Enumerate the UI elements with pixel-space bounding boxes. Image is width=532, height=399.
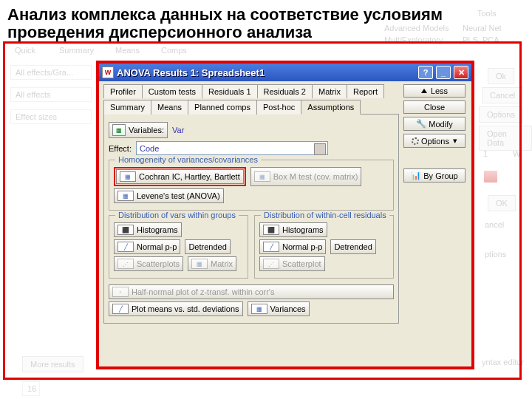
bg-neural: Neural Net xyxy=(460,22,505,34)
scat-label: Scatterplots xyxy=(137,259,180,268)
dist-resid-scatterplot[interactable]: ⋰ Scatterplot xyxy=(259,256,325,271)
statistica-icon: W xyxy=(102,66,114,78)
bg-summary: Summary xyxy=(59,46,94,55)
plot-icon: ╱ xyxy=(112,304,129,314)
dist-vars-detrended[interactable]: Detrended xyxy=(185,239,230,254)
effect-label: Effect: xyxy=(109,144,132,153)
bg-syntax: yntax editor xyxy=(479,356,527,368)
dist-vars-histograms[interactable]: ⬛ Histograms xyxy=(114,222,182,237)
minimize-button[interactable]: _ xyxy=(436,66,451,79)
side-buttons: Less Close 🔧 Modify Options ▾ 📊 By Group xyxy=(403,84,466,183)
tabs-row-lower: Summary Means Planned comps Post-hoc Ass… xyxy=(103,100,399,115)
variables-label: Variables: xyxy=(129,126,164,134)
tab-custom-tests[interactable]: Custom tests xyxy=(142,84,202,98)
bg-advanced: Advanced Models xyxy=(381,22,451,34)
homogeneity-title: Homogeneity of variances/covariances xyxy=(115,155,261,164)
dist-resid-histograms[interactable]: ⬛ Histograms xyxy=(259,222,327,237)
normpp-label: Normal p-p xyxy=(137,242,177,251)
bg-quick: Quick xyxy=(15,46,35,55)
modify-button[interactable]: 🔧 Modify xyxy=(403,117,466,131)
pp-icon: ╱ xyxy=(263,242,279,252)
homogeneity-group: Homogeneity of variances/covariances ▦ C… xyxy=(109,160,394,211)
plotmeans-label: Plot means vs. std. deviations xyxy=(132,304,239,313)
halfnormal-button[interactable]: ▫ Half-normal plot of z-transf. within c… xyxy=(109,284,394,299)
histogram-icon: ⬛ xyxy=(263,225,279,235)
tab-summary[interactable]: Summary xyxy=(103,100,151,115)
tab-posthoc[interactable]: Post-hoc xyxy=(256,100,301,115)
bg-multiexp: Mult/Exploratory xyxy=(381,34,446,46)
bygroup-label: By Group xyxy=(423,171,457,180)
scat-label: Scatterplot xyxy=(282,259,321,268)
tabs-row-upper: Profiler Custom tests Residuals 1 Residu… xyxy=(103,84,399,98)
variables-icon: ▦ xyxy=(112,124,126,136)
bg-all-effects: All effects xyxy=(10,87,92,102)
tab-residuals2[interactable]: Residuals 2 xyxy=(257,84,313,98)
bg-pls: PLS, PCA xyxy=(460,34,502,46)
bg-ok: Ok xyxy=(488,68,514,84)
bg-16: 16 xyxy=(22,381,40,396)
tab-means[interactable]: Means xyxy=(151,100,188,115)
tab-profiler[interactable]: Profiler xyxy=(103,84,143,98)
dist-vars-scatterplots[interactable]: ⋰ Scatterplots xyxy=(114,256,183,271)
bg-means: Means xyxy=(115,46,140,55)
help-button[interactable]: ? xyxy=(418,66,433,79)
bygroup-icon: 📊 xyxy=(411,171,421,180)
close-panel-button[interactable]: Close xyxy=(403,100,466,114)
dist-resid-title: Distribution of within-cell residuals xyxy=(261,211,389,219)
bg-one: 1 xyxy=(480,148,491,160)
tab-planned-comps[interactable]: Planned comps xyxy=(188,100,257,115)
bg-close-btn xyxy=(483,170,498,183)
boxm-label: Box M test (cov. matrix) xyxy=(273,172,358,181)
cochran-label: Cochran IC, Hartley, Bartlett xyxy=(139,172,240,181)
boxm-button[interactable]: ▦ Box M test (cov. matrix) xyxy=(250,167,362,186)
dist-resid-normal-pp[interactable]: ╱ Normal p-p xyxy=(259,239,326,254)
plotmeans-button[interactable]: ╱ Plot means vs. std. deviations xyxy=(109,301,243,316)
bg-comps: Comps xyxy=(161,46,187,55)
scatter-icon: ⋰ xyxy=(117,259,134,269)
chevron-down-icon xyxy=(318,146,324,150)
bg-options: Options xyxy=(479,106,523,123)
dist-resid-group: Distribution of within-cell residuals ⬛ … xyxy=(254,215,394,279)
grid-icon: ▦ xyxy=(120,171,136,182)
titlebar: W ANOVA Results 1: Spreadsheet1 ? _ ✕ xyxy=(99,64,471,81)
variables-button[interactable]: ▦ Variables: xyxy=(109,122,168,138)
variances-button[interactable]: ▦ Variances xyxy=(248,301,310,316)
window-title: ANOVA Results 1: Spreadsheet1 xyxy=(117,67,415,78)
cochran-button[interactable]: ▦ Cochran IC, Hartley, Bartlett xyxy=(116,169,244,184)
bg-opendata: Open Data xyxy=(479,126,532,151)
modify-label: Modify xyxy=(429,120,452,129)
bg-more-results: More results xyxy=(22,356,83,372)
tab-report[interactable]: Report xyxy=(347,84,384,98)
chevron-down-icon: ▾ xyxy=(453,136,457,146)
normpp-label: Normal p-p xyxy=(282,242,322,251)
close-button[interactable]: ✕ xyxy=(454,66,468,79)
tab-residuals1[interactable]: Residuals 1 xyxy=(202,84,257,98)
bg-w: W xyxy=(510,148,523,160)
dist-vars-normal-pp[interactable]: ╱ Normal p-p xyxy=(114,239,180,254)
grid-icon: ▦ xyxy=(254,171,270,182)
dist-vars-title: Distribution of vars within groups xyxy=(115,211,239,219)
dist-vars-matrix[interactable]: ▦ Matrix xyxy=(188,256,236,271)
bg-all-effects-gra: All effects/Gra... xyxy=(10,65,92,80)
effect-dropdown[interactable]: Code xyxy=(136,141,328,155)
gear-icon xyxy=(412,137,419,145)
less-button[interactable]: Less xyxy=(403,84,466,98)
chevron-up-icon xyxy=(421,89,427,93)
bygroup-button[interactable]: 📊 By Group xyxy=(403,168,466,183)
scatter-icon: ⋰ xyxy=(263,259,279,269)
matrix-label: Matrix xyxy=(211,259,233,268)
levene-label: Levene's test (ANOVA) xyxy=(137,191,220,200)
hist-label: Histograms xyxy=(137,225,178,234)
levene-button[interactable]: ▦ Levene's test (ANOVA) xyxy=(114,188,224,203)
halfnorm-icon: ▫ xyxy=(112,287,129,297)
tab-matrix[interactable]: Matrix xyxy=(312,84,347,98)
options-label: Options xyxy=(421,137,449,146)
options-button[interactable]: Options ▾ xyxy=(403,134,466,148)
tab-assumptions[interactable]: Assumptions xyxy=(301,100,361,115)
effect-row: Effect: Code xyxy=(109,141,394,155)
variances-label: Variances xyxy=(270,304,306,313)
detr-label: Detrended xyxy=(188,242,226,251)
grid-icon: ▦ xyxy=(117,191,134,201)
effect-value: Code xyxy=(140,144,159,153)
dist-resid-detrended[interactable]: Detrended xyxy=(330,239,375,254)
